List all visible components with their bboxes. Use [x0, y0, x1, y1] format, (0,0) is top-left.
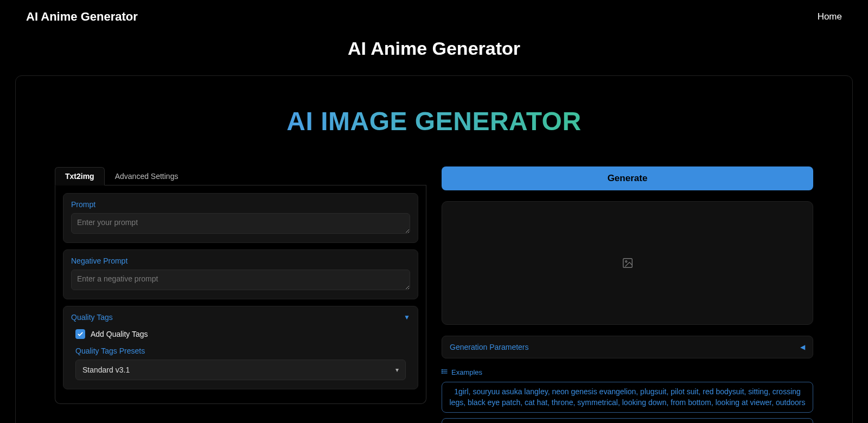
quality-tags-label: Quality Tags [71, 313, 113, 322]
chevron-down-icon: ▾ [395, 366, 399, 374]
generation-parameters-label: Generation Parameters [450, 343, 529, 351]
quality-presets-value: Standard v3.1 [82, 366, 130, 374]
chevron-down-icon: ▼ [404, 313, 410, 321]
image-icon [622, 257, 634, 269]
hero-title: AI IMAGE GENERATOR [55, 106, 813, 136]
generate-button[interactable]: Generate [442, 166, 813, 190]
svg-point-6 [442, 371, 442, 371]
list-icon [442, 368, 448, 376]
page-title: AI Anime Generator [0, 38, 868, 59]
quality-tags-toggle[interactable]: Quality Tags ▼ [71, 313, 410, 322]
examples-label: Examples [451, 368, 482, 376]
prompt-block: Prompt [63, 193, 418, 243]
generation-parameters-toggle[interactable]: Generation Parameters ◀ [442, 336, 813, 358]
tab-advanced-settings[interactable]: Advanced Settings [105, 167, 189, 185]
svg-point-1 [625, 261, 627, 262]
quality-tags-block: Quality Tags ▼ Add Quality Tags Quality … [63, 306, 418, 389]
negative-prompt-label: Negative Prompt [71, 257, 410, 265]
negative-prompt-input[interactable] [71, 270, 410, 290]
svg-point-7 [442, 373, 442, 373]
add-quality-tags-checkbox[interactable] [75, 329, 85, 339]
nav-logo[interactable]: AI Anime Generator [26, 10, 138, 24]
tab-body-txt2img: Prompt Negative Prompt Quality Tags ▼ [55, 185, 426, 404]
example-item[interactable]: 1girl, souryuu asuka langley, neon genes… [442, 382, 813, 413]
quality-presets-label: Quality Tags Presets [75, 347, 410, 355]
svg-rect-0 [623, 259, 632, 268]
quality-presets-select[interactable]: Standard v3.1 ▾ [75, 360, 406, 380]
chevron-left-icon: ◀ [800, 343, 805, 351]
tab-txt2img[interactable]: Txt2img [55, 167, 105, 185]
example-item[interactable]: 1boy, male focus, yuuki makoto \(persona… [442, 418, 813, 423]
negative-prompt-block: Negative Prompt [63, 249, 418, 299]
prompt-label: Prompt [71, 200, 410, 209]
output-image-preview[interactable] [442, 201, 813, 325]
prompt-input[interactable] [71, 213, 410, 234]
tabs: Txt2img Advanced Settings [55, 166, 426, 185]
svg-point-5 [442, 369, 442, 370]
examples-header: Examples [442, 368, 813, 376]
add-quality-tags-label: Add Quality Tags [91, 330, 148, 338]
main-panel: AI IMAGE GENERATOR Txt2img Advanced Sett… [15, 75, 853, 423]
nav-home-link[interactable]: Home [818, 11, 842, 22]
